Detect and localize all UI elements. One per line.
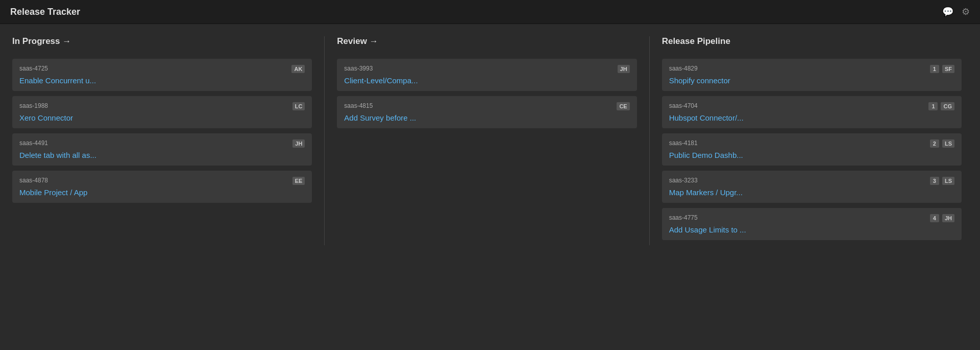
card-saas-3993[interactable]: saas-3993JHClient-Level/Compa... <box>337 59 636 91</box>
card-id: saas-4775 <box>669 214 698 221</box>
card-assignee-badge: CE <box>617 102 629 110</box>
card-saas-4725[interactable]: saas-4725AKEnable Concurrent u... <box>12 59 312 91</box>
card-assignee-badge: EE <box>292 177 305 185</box>
card-saas-4491[interactable]: saas-4491JHDelete tab with all as... <box>12 133 312 166</box>
card-id: saas-4491 <box>19 139 48 147</box>
column-review: Review →saas-3993JHClient-Level/Compa...… <box>331 36 643 245</box>
card-saas-4181[interactable]: saas-41812LSPublic Demo Dashb... <box>662 133 962 166</box>
card-saas-4829[interactable]: saas-48291SFShopify connector <box>662 59 962 91</box>
card-id: saas-3233 <box>669 177 698 184</box>
card-assignee-badge: AK <box>291 65 305 73</box>
app-title: Release Tracker <box>10 7 80 17</box>
app-header: Release Tracker 💬 ⚙ <box>0 0 980 24</box>
card-number-badge: 1 <box>928 102 938 110</box>
column-header-review: Review → <box>337 36 636 51</box>
card-assignee-badge: JH <box>942 214 954 222</box>
card-assignee-badge: LS <box>942 139 954 148</box>
card-saas-3233[interactable]: saas-32333LSMap Markers / Upgr... <box>662 171 962 203</box>
column-header-release-pipeline: Release Pipeline <box>662 36 962 51</box>
card-saas-4878[interactable]: saas-4878EEMobile Project / App <box>12 171 312 203</box>
card-id: saas-4181 <box>669 139 698 147</box>
card-saas-1988[interactable]: saas-1988LCXero Connector <box>12 96 312 128</box>
chat-icon[interactable]: 💬 <box>942 6 953 17</box>
card-id: saas-4725 <box>19 65 48 72</box>
column-in-progress: In Progress →saas-4725AKEnable Concurren… <box>12 36 318 245</box>
card-id: saas-1988 <box>19 102 48 109</box>
card-id: saas-4704 <box>669 102 698 109</box>
column-divider <box>649 36 650 245</box>
card-saas-4704[interactable]: saas-47041CGHubspot Connector/... <box>662 96 962 128</box>
card-assignee-badge: SF <box>942 65 954 73</box>
card-saas-4815[interactable]: saas-4815CEAdd Survey before ... <box>337 96 636 128</box>
column-divider <box>324 36 325 245</box>
card-title: Client-Level/Compa... <box>344 76 629 85</box>
card-assignee-badge: JH <box>292 139 305 148</box>
card-id: saas-4829 <box>669 65 698 72</box>
card-number-badge: 3 <box>930 177 939 185</box>
card-number-badge: 1 <box>930 65 939 73</box>
card-assignee-badge: LS <box>942 177 954 185</box>
card-title: Enable Concurrent u... <box>19 76 305 85</box>
card-id: saas-4878 <box>19 177 48 184</box>
card-assignee-badge: JH <box>618 65 630 73</box>
card-number-badge: 2 <box>930 139 939 148</box>
card-assignee-badge: CG <box>941 102 954 110</box>
column-release-pipeline: Release Pipelinesaas-48291SFShopify conn… <box>656 36 968 245</box>
card-number-badge: 4 <box>930 214 939 222</box>
main-content: In Progress →saas-4725AKEnable Concurren… <box>0 24 980 258</box>
card-id: saas-3993 <box>344 65 373 72</box>
card-title: Hubspot Connector/... <box>669 113 954 122</box>
card-title: Shopify connector <box>669 76 954 85</box>
column-header-in-progress: In Progress → <box>12 36 312 51</box>
card-title: Mobile Project / App <box>19 188 305 197</box>
header-icons: 💬 ⚙ <box>942 6 970 17</box>
card-title: Add Usage Limits to ... <box>669 225 954 234</box>
card-title: Add Survey before ... <box>344 113 629 122</box>
card-saas-4775[interactable]: saas-47754JHAdd Usage Limits to ... <box>662 208 962 240</box>
card-title: Public Demo Dashb... <box>669 151 954 159</box>
card-title: Delete tab with all as... <box>19 151 305 159</box>
card-title: Map Markers / Upgr... <box>669 188 954 197</box>
card-id: saas-4815 <box>344 102 373 109</box>
settings-icon[interactable]: ⚙ <box>962 6 970 17</box>
card-title: Xero Connector <box>19 113 305 122</box>
card-assignee-badge: LC <box>292 102 305 110</box>
